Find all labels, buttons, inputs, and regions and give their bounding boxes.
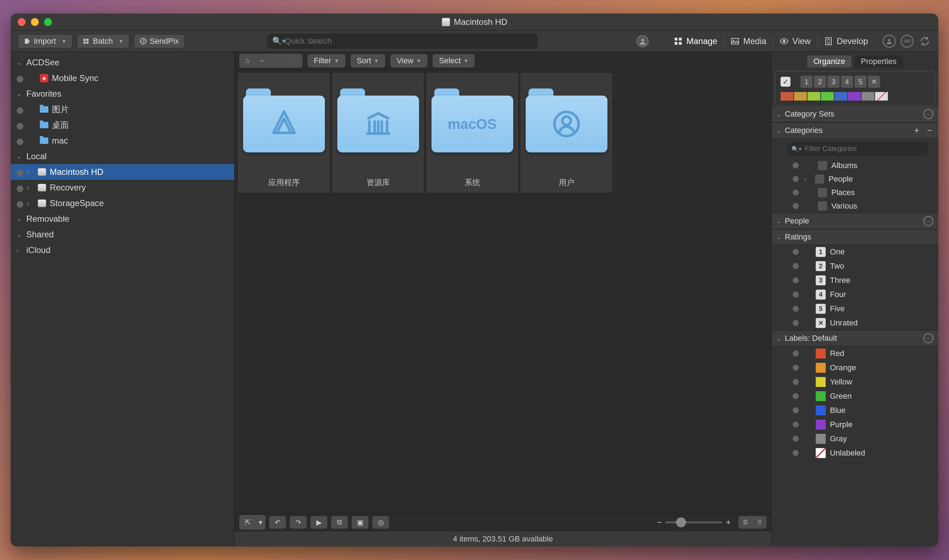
rating-four[interactable]: ⬣4Four <box>772 288 938 302</box>
minimize-button[interactable] <box>31 18 39 26</box>
color-1[interactable] <box>781 92 793 100</box>
cat-people[interactable]: ⬣›People <box>772 172 938 186</box>
sidebar-fav-desktop[interactable]: ⬣桌面 <box>11 117 234 133</box>
color-6[interactable] <box>848 92 861 100</box>
external-button[interactable]: ⇱ <box>240 515 256 529</box>
rate-5[interactable]: 5 <box>855 76 867 88</box>
more-icon[interactable]: ⋯ <box>923 216 934 226</box>
zoom-slider-knob[interactable] <box>676 517 686 527</box>
view-dropdown[interactable]: View▼ <box>390 54 428 68</box>
import-button[interactable]: Import▼ <box>18 34 72 48</box>
sidebar-local-header[interactable]: ⌄Local <box>11 149 234 164</box>
chevron-right-icon[interactable]: › <box>804 176 811 182</box>
rating-unrated[interactable]: ⬣✕Unrated <box>772 316 938 330</box>
folder-users[interactable]: 用户 <box>520 72 613 193</box>
sidebar-icloud-header[interactable]: ›iCloud <box>11 242 234 258</box>
rate-4[interactable]: 4 <box>841 76 853 88</box>
zoom-out-icon[interactable]: − <box>657 517 662 527</box>
select-dropdown[interactable]: Select▼ <box>432 54 475 68</box>
more-icon[interactable]: ⋯ <box>923 333 934 343</box>
tab-organize[interactable]: Organize <box>807 55 852 68</box>
sidebar-fav-mac[interactable]: ⬣mac <box>11 133 234 149</box>
checkbox[interactable] <box>818 161 827 170</box>
section-labels[interactable]: ⌄Labels: Default⋯ <box>772 330 938 346</box>
checkbox[interactable] <box>818 188 827 197</box>
rate-3[interactable]: 3 <box>827 76 840 88</box>
more-icon[interactable]: ⋯ <box>923 109 934 119</box>
label-green[interactable]: ⬣Green <box>772 389 938 403</box>
label-purple[interactable]: ⬣Purple <box>772 417 938 432</box>
zoom-slider-track[interactable] <box>666 521 722 523</box>
color-4[interactable] <box>821 92 834 100</box>
play-button[interactable]: ▶ <box>310 515 328 529</box>
color-8[interactable] <box>875 92 888 100</box>
mode-media[interactable]: Media <box>724 34 773 48</box>
copy-button[interactable]: ⧉ <box>331 515 348 529</box>
user-avatar[interactable] <box>636 35 649 47</box>
zoom-in-icon[interactable]: + <box>726 517 731 527</box>
nav-forward-button[interactable]: → <box>271 54 286 67</box>
cat-albums[interactable]: ⬣Albums <box>772 159 938 172</box>
sendpix-button[interactable]: SendPix <box>134 34 185 48</box>
checkbox[interactable] <box>818 202 827 211</box>
close-button[interactable] <box>18 18 26 26</box>
sidebar-removable-header[interactable]: ⌄Removable <box>11 211 234 227</box>
cloud-365-icon[interactable]: 365 <box>901 35 914 48</box>
sidebar-storagespace[interactable]: ⬣›StorageSpace <box>11 195 234 211</box>
section-people[interactable]: ⌄People⋯ <box>772 213 938 229</box>
folder-system[interactable]: macOS 系统 <box>426 72 519 193</box>
rate-1[interactable]: 1 <box>800 76 812 88</box>
layers-button[interactable]: ▣ <box>351 515 369 529</box>
rating-five[interactable]: ⬣5Five <box>772 302 938 316</box>
quick-search-input[interactable] <box>267 34 538 49</box>
label-unlabeled[interactable]: ⬣Unlabeled <box>772 446 938 460</box>
rotate-right-button[interactable]: ↷ <box>289 515 307 529</box>
account-icon[interactable] <box>883 35 896 48</box>
sidebar-macintosh-hd[interactable]: ⬣›Macintosh HD <box>11 164 234 180</box>
sidebar-recovery[interactable]: ⬣›Recovery <box>11 180 234 195</box>
rating-three[interactable]: ⬣3Three <box>772 273 938 288</box>
folder-applications[interactable]: 应用程序 <box>237 72 330 193</box>
filter-dropdown[interactable]: Filter▼ <box>307 54 346 68</box>
target-button[interactable]: ◎ <box>372 515 390 529</box>
mode-view[interactable]: View <box>773 34 817 48</box>
sidebar-mobile-sync[interactable]: ⬣◉Mobile Sync <box>11 70 234 86</box>
list-view-button[interactable]: ☰ <box>738 516 752 529</box>
color-5[interactable] <box>835 92 847 100</box>
sync-icon[interactable] <box>918 35 931 48</box>
mode-manage[interactable]: Manage <box>667 34 724 48</box>
sidebar-fav-pics[interactable]: ⬣图片 <box>11 102 234 117</box>
cat-places[interactable]: ⬣Places <box>772 186 938 199</box>
filter-categories-input[interactable] <box>787 142 928 155</box>
add-category-icon[interactable]: + <box>911 125 922 135</box>
tag-checkbox[interactable]: ✓ <box>781 77 790 87</box>
label-orange[interactable]: ⬣Orange <box>772 361 938 375</box>
remove-category-icon[interactable]: − <box>926 125 934 135</box>
nav-home-button[interactable]: ⌂ <box>240 54 255 67</box>
rate-2[interactable]: 2 <box>814 76 826 88</box>
sidebar-favorites-header[interactable]: ⌄Favorites <box>11 86 234 102</box>
section-categories[interactable]: ⌄Categories+− <box>772 122 938 138</box>
mode-develop[interactable]: Develop <box>817 34 874 48</box>
nav-back-button[interactable]: ← <box>256 54 271 67</box>
label-gray[interactable]: ⬣Gray <box>772 432 938 446</box>
grid-view-button[interactable]: ⠿ <box>752 516 767 529</box>
section-ratings[interactable]: ⌄Ratings <box>772 229 938 245</box>
rate-clear[interactable]: ✕ <box>868 76 880 88</box>
color-3[interactable] <box>807 92 820 100</box>
color-7[interactable] <box>861 92 874 100</box>
maximize-button[interactable] <box>44 18 52 26</box>
rating-one[interactable]: ⬣1One <box>772 245 938 259</box>
sort-dropdown[interactable]: Sort▼ <box>350 54 386 68</box>
label-yellow[interactable]: ⬣Yellow <box>772 375 938 389</box>
sidebar-acdsee-header[interactable]: ⌄ACDSee <box>11 55 234 70</box>
folder-library[interactable]: 资源库 <box>331 72 424 193</box>
label-blue[interactable]: ⬣Blue <box>772 403 938 417</box>
checkbox[interactable] <box>815 174 824 184</box>
batch-button[interactable]: Batch▼ <box>77 34 129 48</box>
rating-two[interactable]: ⬣2Two <box>772 259 938 273</box>
tab-properties[interactable]: Properties <box>855 55 903 68</box>
external-dropdown[interactable]: ▾ <box>256 515 265 529</box>
section-category-sets[interactable]: ⌄Category Sets⋯ <box>772 106 938 122</box>
sidebar-shared-header[interactable]: ⌄Shared <box>11 227 234 242</box>
